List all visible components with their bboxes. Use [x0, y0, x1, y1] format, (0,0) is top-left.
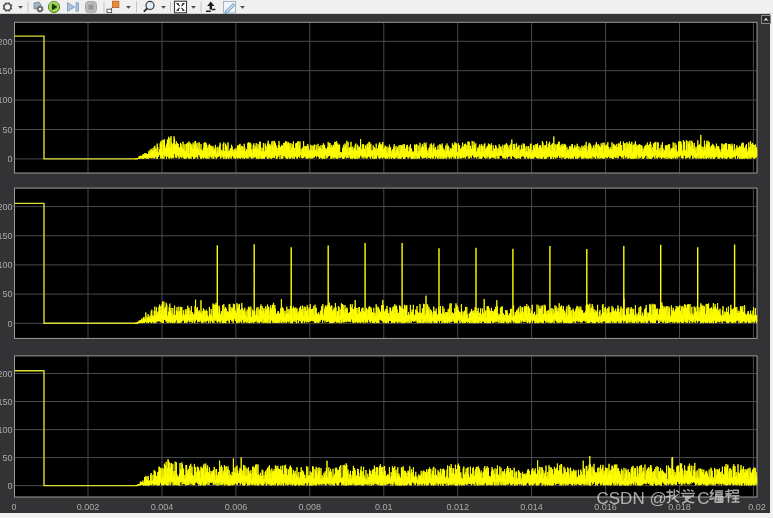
- svg-text:50: 50: [2, 125, 12, 135]
- svg-text:0.02: 0.02: [748, 502, 766, 512]
- svg-text:150: 150: [0, 231, 13, 241]
- svg-text:0: 0: [7, 319, 12, 329]
- svg-text:0.018: 0.018: [668, 502, 691, 512]
- svg-text:0.014: 0.014: [520, 502, 543, 512]
- svg-text:150: 150: [0, 66, 13, 76]
- svg-text:0.006: 0.006: [225, 502, 248, 512]
- svg-text:0: 0: [12, 502, 17, 512]
- svg-text:C: C: [697, 489, 709, 508]
- svg-text:200: 200: [0, 369, 13, 379]
- svg-text:50: 50: [2, 289, 12, 299]
- svg-text:200: 200: [0, 37, 13, 47]
- svg-text:150: 150: [0, 397, 13, 407]
- svg-text:0.002: 0.002: [77, 502, 100, 512]
- svg-text:200: 200: [0, 202, 13, 212]
- svg-text:50: 50: [2, 453, 12, 463]
- svg-text:0: 0: [7, 154, 12, 164]
- svg-text:0.004: 0.004: [151, 502, 174, 512]
- svg-text:100: 100: [0, 425, 13, 435]
- svg-text:0.008: 0.008: [299, 502, 322, 512]
- svg-text:CSDN @: CSDN @: [597, 489, 667, 508]
- svg-text:0.012: 0.012: [446, 502, 469, 512]
- svg-text:100: 100: [0, 260, 13, 270]
- svg-text:0.01: 0.01: [375, 502, 393, 512]
- svg-text:0: 0: [7, 481, 12, 491]
- svg-text:100: 100: [0, 95, 13, 105]
